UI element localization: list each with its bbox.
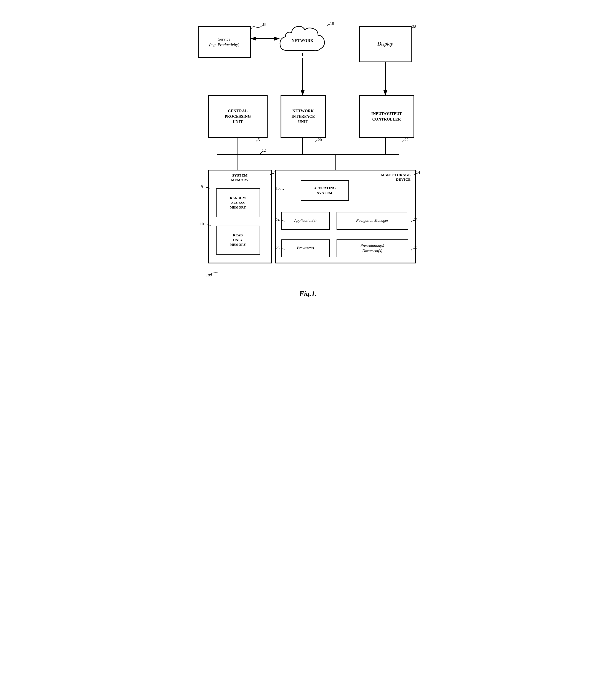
service-box: Service (e.g. Productivity): [198, 26, 251, 58]
rom-label: READ ONLY MEMORY: [230, 233, 246, 247]
presentations-box: Presentation(s) Document(s): [336, 239, 408, 257]
nav-manager-label: Navigation Manager: [356, 218, 389, 223]
mass-storage-box: MASS STORAGE DEVICE OPERATING SYSTEM App…: [275, 170, 416, 263]
browsers-label: Browser(s): [297, 246, 314, 251]
ref-10: 10: [200, 222, 204, 226]
niu-box: NETWORK INTERFACE UNIT: [281, 95, 326, 138]
system-memory-box: SYSTEMMEMORY RANDOM ACCESS MEMORY READ O…: [208, 170, 272, 263]
ref-25: 25: [276, 246, 280, 251]
os-label: OPERATING SYSTEM: [313, 185, 336, 195]
ioc-box: INPUT/OUTPUT CONTROLLER: [359, 95, 414, 138]
diagram: Service (e.g. Productivity) 19 NETWORK 1…: [189, 11, 427, 281]
mass-storage-label: MASS STORAGE DEVICE: [381, 173, 410, 182]
rom-box: READ ONLY MEMORY: [216, 226, 260, 255]
nav-manager-box: Navigation Manager: [336, 212, 408, 230]
system-memory-label: SYSTEMMEMORY: [209, 173, 271, 183]
os-box: OPERATING SYSTEM: [301, 180, 349, 201]
applications-label: Application(s): [294, 218, 317, 223]
cpu-box: CENTRAL PROCESSING UNIT: [208, 95, 267, 138]
network-label: NETWORK: [292, 39, 314, 43]
ram-label: RANDOM ACCESS MEMORY: [230, 196, 246, 210]
ref-24: 24: [276, 218, 280, 222]
service-label: Service (e.g. Productivity): [209, 37, 240, 47]
presentations-label: Presentation(s) Document(s): [361, 243, 384, 253]
network-cloud: NETWORK: [277, 22, 328, 60]
ram-box: RANDOM ACCESS MEMORY: [216, 188, 260, 217]
figure-caption: Fig.1.: [189, 290, 427, 298]
niu-label: NETWORK INTERFACE UNIT: [291, 108, 315, 125]
cpu-label: CENTRAL PROCESSING UNIT: [224, 108, 251, 125]
ioc-label: INPUT/OUTPUT CONTROLLER: [371, 111, 402, 122]
fig-title: Fig.1.: [299, 290, 317, 298]
display-box: Display: [359, 26, 411, 62]
browsers-box: Browser(s): [281, 239, 330, 257]
ref-16: 16: [276, 186, 280, 191]
svg-marker-12: [219, 272, 219, 274]
display-label: Display: [378, 41, 393, 47]
applications-box: Application(s): [281, 212, 330, 230]
ref-9: 9: [201, 185, 203, 189]
